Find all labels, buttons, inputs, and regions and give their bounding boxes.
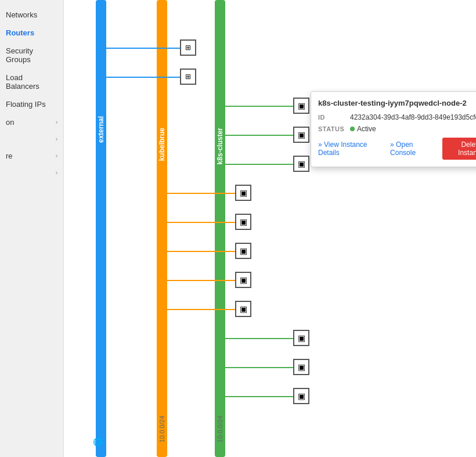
instance-kube-1[interactable]: ▣ bbox=[235, 185, 251, 201]
network-label-k8scluster: k8s-cluster bbox=[216, 128, 224, 164]
instance-k8s-3[interactable]: ▣ bbox=[293, 156, 309, 172]
popup-actions: » View Instance Details » Open Console D… bbox=[318, 138, 476, 160]
chevron-icon: › bbox=[56, 170, 57, 176]
instance-k8s-5[interactable]: ▣ bbox=[293, 359, 309, 375]
sidebar-item-on-label: on bbox=[6, 118, 14, 127]
sidebar-item-load-balancers[interactable]: Load Balancers bbox=[0, 69, 63, 95]
chevron-icon: › bbox=[56, 119, 57, 125]
network-bar-k8scluster: k8s-cluster bbox=[215, 0, 225, 457]
sidebar-item-routers-label: Routers bbox=[6, 28, 34, 37]
sidebar-item-networks-label: Networks bbox=[6, 10, 37, 19]
connector-inst-k8s-4 bbox=[225, 338, 295, 339]
chevron-icon: › bbox=[56, 153, 57, 159]
instance-k8s-1[interactable]: ▣ bbox=[293, 98, 309, 114]
instance-kube-2[interactable]: ▣ bbox=[235, 214, 251, 230]
status-indicator bbox=[350, 127, 355, 131]
network-label-kubelbrue: kubelbrue bbox=[158, 128, 166, 161]
connector-inst-k8s-3 bbox=[225, 164, 295, 165]
sidebar-item-re[interactable]: re › bbox=[0, 147, 63, 165]
sidebar-item-routers[interactable]: Routers bbox=[0, 24, 63, 42]
connector-router2-ext bbox=[106, 77, 185, 78]
sidebar-item-networks[interactable]: Networks bbox=[0, 6, 63, 24]
router-icon-2[interactable]: ⊞ bbox=[180, 69, 196, 85]
connector-inst-kube-3 bbox=[167, 251, 237, 252]
sidebar-item-security-groups[interactable]: Security Groups bbox=[0, 42, 63, 69]
connector-router1-ext bbox=[106, 48, 185, 49]
popup-id-row: ID 4232a304-39d3-4af8-9dd3-849e193d5cfc bbox=[318, 113, 476, 121]
instance-k8s-6[interactable]: ▣ bbox=[293, 388, 309, 404]
instance-k8s-4[interactable]: ▣ bbox=[293, 330, 309, 346]
popup-title: k8s-cluster-testing-iyym7pqwedcl-node-2 bbox=[318, 99, 467, 107]
popup-status-value: Active bbox=[357, 125, 376, 133]
instance-kube-3[interactable]: ▣ bbox=[235, 243, 251, 259]
connector-inst-kube-1 bbox=[167, 193, 237, 194]
instance-popup: k8s-cluster-testing-iyym7pqwedcl-node-2 … bbox=[311, 91, 476, 167]
connector-inst-k8s-1 bbox=[225, 106, 295, 107]
connector-inst-k8s-5 bbox=[225, 367, 295, 368]
subnet-label-k8scluster: 10.0.0/24 bbox=[217, 416, 223, 442]
router-icon-1[interactable]: ⊞ bbox=[180, 39, 196, 56]
globe-icon: 🌐 bbox=[93, 437, 103, 447]
instance-k8s-2[interactable]: ▣ bbox=[293, 127, 309, 143]
sidebar-item-security-groups-label: Security Groups bbox=[6, 46, 57, 64]
popup-id-label: ID bbox=[318, 114, 350, 121]
sidebar-item-item4[interactable]: › bbox=[0, 165, 63, 181]
sidebar: Networks Routers Security Groups Load Ba… bbox=[0, 0, 64, 457]
instance-kube-4[interactable]: ▣ bbox=[235, 272, 251, 288]
connector-inst-k8s-6 bbox=[225, 396, 295, 397]
network-bar-external: external bbox=[96, 0, 106, 457]
sidebar-item-floating-ips[interactable]: Floating IPs bbox=[0, 95, 63, 113]
topology-main: external kubelbrue k8s-cluster 10.0.0/24… bbox=[64, 0, 476, 457]
connector-inst-kube-2 bbox=[167, 222, 237, 223]
network-bar-kubelbrue: kubelbrue bbox=[157, 0, 167, 457]
sidebar-item-on[interactable]: on › bbox=[0, 113, 63, 131]
instance-kube-5[interactable]: ▣ bbox=[235, 301, 251, 317]
connector-inst-kube-5 bbox=[167, 309, 237, 310]
sidebar-item-item2[interactable]: › bbox=[0, 131, 63, 147]
popup-status-label: STATUS bbox=[318, 125, 350, 132]
open-console-link[interactable]: » Open Console bbox=[390, 141, 436, 157]
sidebar-item-load-balancers-label: Load Balancers bbox=[6, 73, 57, 91]
popup-status-row: STATUS Active bbox=[318, 125, 476, 133]
subnet-label-kubelbrue: 10.0.0/24 bbox=[158, 416, 165, 442]
delete-instance-button[interactable]: Delete Instance bbox=[442, 138, 476, 160]
popup-header: k8s-cluster-testing-iyym7pqwedcl-node-2 … bbox=[318, 99, 476, 107]
connector-inst-kube-4 bbox=[167, 280, 237, 281]
view-instance-details-link[interactable]: » View Instance Details bbox=[318, 141, 384, 157]
chevron-icon: › bbox=[56, 136, 57, 142]
popup-id-value: 4232a304-39d3-4af8-9dd3-849e193d5cfc bbox=[350, 113, 476, 121]
network-label-external: external bbox=[97, 116, 105, 143]
network-topology: external kubelbrue k8s-cluster 10.0.0/24… bbox=[64, 0, 476, 457]
connector-inst-k8s-2 bbox=[225, 135, 295, 136]
sidebar-item-floating-ips-label: Floating IPs bbox=[6, 100, 46, 109]
sidebar-item-re-label: re bbox=[6, 152, 13, 160]
